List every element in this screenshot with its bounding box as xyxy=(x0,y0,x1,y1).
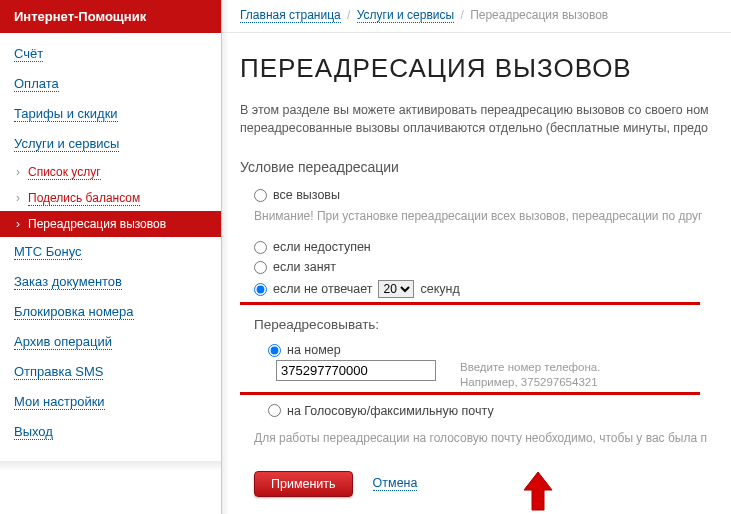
sidebar-item-sms[interactable]: Отправка SMS xyxy=(0,357,221,387)
sidebar-item-bonus[interactable]: МТС Бонус xyxy=(0,237,221,267)
cancel-link[interactable]: Отмена xyxy=(373,476,418,491)
breadcrumb-sep-icon: / xyxy=(347,8,350,22)
sidebar-item-account[interactable]: Счёт xyxy=(0,39,221,69)
apply-button[interactable]: Применить xyxy=(254,471,353,497)
submenu-services: Список услуг Поделись балансом Переадрес… xyxy=(0,159,221,237)
option-all-row: все вызовы xyxy=(240,185,731,205)
sidebar-item-payment[interactable]: Оплата xyxy=(0,69,221,99)
redline-annotation-2 xyxy=(240,392,700,395)
option-noanswer-row: если не отвечает 20 секунд xyxy=(240,277,731,301)
sidebar-sub-call-forwarding[interactable]: Переадресация вызовов xyxy=(0,211,221,237)
label-all[interactable]: все вызовы xyxy=(273,188,340,202)
phone-hint: Введите номер телефона. Например, 375297… xyxy=(460,360,600,390)
breadcrumb-services[interactable]: Услуги и сервисы xyxy=(357,8,454,23)
main: ПЕРЕАДРЕСАЦИЯ ВЫЗОВОВ В этом разделе вы … xyxy=(222,33,731,497)
sidebar-item-services[interactable]: Услуги и сервисы xyxy=(0,129,221,159)
radio-all[interactable] xyxy=(254,189,267,202)
sidebar-item-docs[interactable]: Заказ документов xyxy=(0,267,221,297)
option-busy-row: если занят xyxy=(240,257,731,277)
option-unreach-row: если недоступен xyxy=(240,237,731,257)
voicemail-note: Для работы переадресации на голосовую по… xyxy=(240,421,731,445)
warning-all: Внимание! При установке переадресации вс… xyxy=(240,205,731,237)
label-unreach[interactable]: если недоступен xyxy=(273,240,371,254)
sidebar-item-settings[interactable]: Мои настройки xyxy=(0,387,221,417)
sidebar-item-logout[interactable]: Выход xyxy=(0,417,221,447)
breadcrumb-home[interactable]: Главная страница xyxy=(240,8,341,23)
intro-text: В этом разделе вы можете активировать пе… xyxy=(240,102,731,137)
radio-noanswer[interactable] xyxy=(254,283,267,296)
sidebar-item-archive[interactable]: Архив операций xyxy=(0,327,221,357)
breadcrumb-current: Переадресация вызовов xyxy=(470,8,608,22)
label-busy[interactable]: если занят xyxy=(273,260,336,274)
sidebar-item-block[interactable]: Блокировка номера xyxy=(0,297,221,327)
breadcrumb: Главная страница / Услуги и сервисы / Пе… xyxy=(222,0,731,33)
radio-unreach[interactable] xyxy=(254,241,267,254)
phone-input[interactable] xyxy=(276,360,436,381)
condition-title: Условие переадресации xyxy=(240,159,731,175)
sidebar: Интернет-Помощник Счёт Оплата Тарифы и с… xyxy=(0,0,222,514)
sidebar-title: Интернет-Помощник xyxy=(0,0,221,33)
radio-busy[interactable] xyxy=(254,261,267,274)
content: Главная страница / Услуги и сервисы / Пе… xyxy=(222,0,731,514)
breadcrumb-sep-icon: / xyxy=(460,8,463,22)
radio-voicemail[interactable] xyxy=(268,404,281,417)
sidebar-sub-service-list[interactable]: Список услуг xyxy=(0,159,221,185)
seconds-label: секунд xyxy=(420,282,459,296)
seconds-select[interactable]: 20 xyxy=(378,280,414,298)
page-title: ПЕРЕАДРЕСАЦИЯ ВЫЗОВОВ xyxy=(240,53,731,84)
label-noanswer[interactable]: если не отвечает xyxy=(273,282,372,296)
sidebar-menu: Счёт Оплата Тарифы и скидки Услуги и сер… xyxy=(0,33,221,461)
label-voicemail[interactable]: на Голосовую/факсимильную почту xyxy=(287,404,494,418)
option-number-row: на номер xyxy=(240,340,731,360)
radio-number[interactable] xyxy=(268,344,281,357)
actions: Применить Отмена xyxy=(240,445,731,497)
sidebar-sub-share-balance[interactable]: Поделись балансом xyxy=(0,185,221,211)
forward-title: Переадресовывать: xyxy=(240,311,731,340)
phone-row: Введите номер телефона. Например, 375297… xyxy=(240,360,731,390)
redline-annotation xyxy=(240,302,700,305)
sidebar-bottom-shadow xyxy=(0,461,221,471)
option-voicemail-row: на Голосовую/факсимильную почту xyxy=(240,401,731,421)
label-number[interactable]: на номер xyxy=(287,343,341,357)
sidebar-item-tariffs[interactable]: Тарифы и скидки xyxy=(0,99,221,129)
